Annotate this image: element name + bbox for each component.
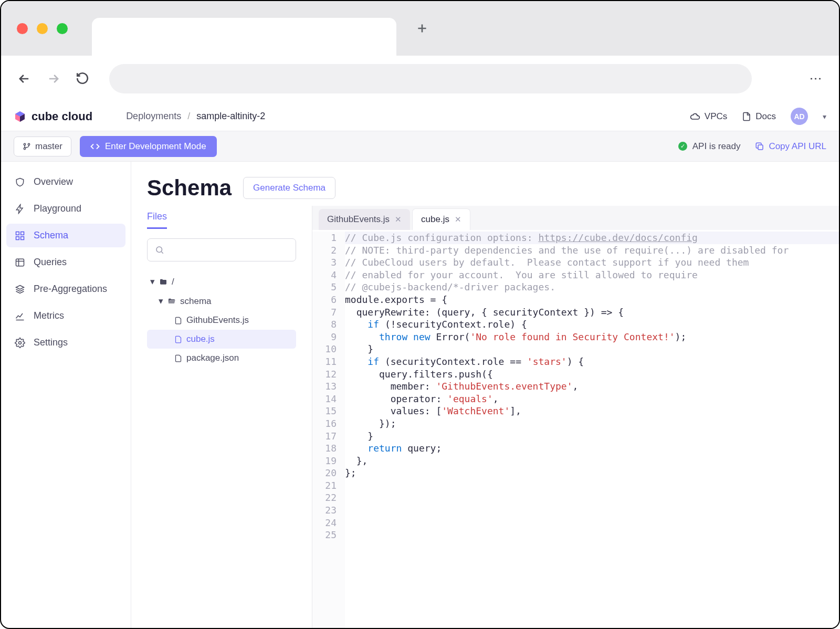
tree-file-packagejson[interactable]: package.json — [147, 349, 296, 368]
browser-menu-button[interactable]: ⋮ — [808, 72, 823, 85]
code-content[interactable]: // Cube.js configuration options: https:… — [345, 232, 839, 628]
user-menu-chevron[interactable]: ▾ — [823, 112, 826, 121]
file-icon — [174, 317, 182, 324]
status-ok-icon: ✓ — [678, 142, 687, 151]
tree-label: / — [172, 277, 174, 287]
svg-point-0 — [24, 143, 25, 145]
new-tab-button[interactable] — [414, 20, 430, 36]
svg-point-9 — [19, 341, 22, 344]
browser-toolbar: ⋮ — [1, 56, 839, 102]
code-icon — [90, 142, 100, 151]
breadcrumb: Deployments / sample-altinity-2 — [126, 111, 265, 122]
copy-api-url-button[interactable]: Copy API URL — [755, 141, 826, 152]
browser-tab[interactable] — [92, 18, 396, 56]
file-icon — [174, 336, 182, 343]
file-icon — [174, 354, 182, 362]
shield-icon — [15, 177, 25, 187]
logo[interactable]: cube cloud — [14, 110, 92, 123]
branch-name: master — [35, 141, 62, 152]
docs-label: Docs — [755, 111, 776, 122]
tree-label: package.json — [186, 353, 239, 363]
tree-folder-schema[interactable]: ▾ schema — [147, 291, 296, 311]
branch-icon — [23, 142, 31, 151]
vpcs-link[interactable]: VPCs — [690, 111, 727, 122]
editor-tab-label: GithubEvents.js — [327, 214, 390, 225]
browser-tab-bar — [1, 1, 839, 56]
vpcs-label: VPCs — [705, 111, 727, 122]
sidebar-nav: Overview Playground Schema Queries Pre-A… — [1, 162, 131, 628]
editor-tab-cubejs[interactable]: cube.js ✕ — [412, 208, 470, 230]
svg-point-10 — [156, 247, 162, 253]
chart-icon — [15, 311, 25, 321]
sidebar-item-label: Pre-Aggregations — [34, 284, 107, 295]
enter-dev-mode-button[interactable]: Enter Development Mode — [80, 136, 217, 157]
tree-file-cubejs[interactable]: cube.js — [147, 330, 296, 349]
editor-tabs: GithubEvents.js ✕ cube.js ✕ — [312, 206, 839, 230]
app-header: cube cloud Deployments / sample-altinity… — [1, 102, 839, 131]
plus-icon — [415, 22, 429, 35]
files-tab[interactable]: Files — [147, 206, 167, 229]
tree-label: GithubEvents.js — [186, 315, 249, 326]
editor-panel: GithubEvents.js ✕ cube.js ✕ 123456789101… — [312, 206, 839, 628]
svg-rect-7 — [21, 236, 24, 239]
sidebar-item-schema[interactable]: Schema — [6, 224, 125, 247]
tree-label: schema — [180, 296, 212, 307]
sidebar-item-settings[interactable]: Settings — [6, 331, 125, 354]
branch-selector[interactable]: master — [14, 137, 71, 156]
tree-root[interactable]: ▾ / — [147, 272, 296, 291]
chevron-down-icon: ▾ — [159, 296, 163, 307]
dev-mode-label: Enter Development Mode — [105, 141, 206, 152]
sidebar-item-metrics[interactable]: Metrics — [6, 304, 125, 328]
breadcrumb-separator: / — [187, 111, 190, 122]
code-editor[interactable]: 1234567891011121314151617181920212223242… — [312, 230, 839, 628]
copy-icon — [755, 142, 764, 151]
file-tree: ▾ / ▾ schema GithubEvents.js — [147, 272, 296, 368]
docs-link[interactable]: Docs — [742, 111, 776, 122]
avatar[interactable]: AD — [791, 108, 808, 125]
sidebar-item-overview[interactable]: Overview — [6, 170, 125, 194]
svg-rect-4 — [16, 232, 19, 235]
breadcrumb-current[interactable]: sample-altinity-2 — [196, 111, 265, 122]
cloud-icon — [690, 111, 700, 122]
sidebar-item-playground[interactable]: Playground — [6, 197, 125, 221]
editor-tab-label: cube.js — [421, 214, 449, 225]
breadcrumb-root[interactable]: Deployments — [126, 111, 181, 122]
file-search-input[interactable] — [147, 238, 296, 261]
line-gutter: 1234567891011121314151617181920212223242… — [312, 232, 345, 628]
browser-forward-button[interactable] — [46, 71, 61, 86]
sidebar-item-label: Queries — [34, 257, 67, 268]
address-bar[interactable] — [109, 64, 752, 93]
svg-rect-3 — [758, 145, 763, 150]
window-close[interactable] — [17, 23, 28, 34]
search-icon — [155, 245, 164, 255]
generate-schema-button[interactable]: Generate Schema — [243, 177, 335, 199]
browser-back-button[interactable] — [17, 71, 32, 86]
sidebar-item-queries[interactable]: Queries — [6, 250, 125, 274]
dev-mode-bar: master Enter Development Mode ✓ API is r… — [1, 131, 839, 162]
schema-icon — [15, 230, 25, 241]
sidebar-item-label: Playground — [34, 203, 81, 214]
bolt-icon — [15, 204, 25, 214]
sidebar-item-label: Schema — [34, 230, 68, 241]
api-status-label: API is ready — [692, 141, 741, 152]
copy-api-label: Copy API URL — [769, 141, 826, 152]
close-icon[interactable]: ✕ — [455, 215, 461, 224]
svg-rect-5 — [21, 232, 24, 235]
svg-rect-8 — [16, 259, 24, 266]
file-panel: Files ▾ / ▾ schema — [131, 206, 312, 628]
close-icon[interactable]: ✕ — [395, 215, 402, 224]
window-maximize[interactable] — [57, 23, 68, 34]
cube-logo-icon — [14, 110, 26, 123]
document-icon — [742, 112, 751, 121]
svg-point-1 — [24, 148, 25, 149]
folder-icon — [159, 278, 167, 286]
tree-file-githubevents[interactable]: GithubEvents.js — [147, 311, 296, 330]
window-minimize[interactable] — [37, 23, 48, 34]
svg-point-2 — [28, 143, 29, 145]
api-status: ✓ API is ready — [678, 141, 741, 152]
gear-icon — [15, 338, 25, 348]
browser-reload-button[interactable] — [76, 71, 90, 86]
content-header: Schema Generate Schema — [131, 162, 839, 206]
editor-tab-githubevents[interactable]: GithubEvents.js ✕ — [319, 209, 410, 230]
sidebar-item-preagg[interactable]: Pre-Aggregations — [6, 277, 125, 301]
